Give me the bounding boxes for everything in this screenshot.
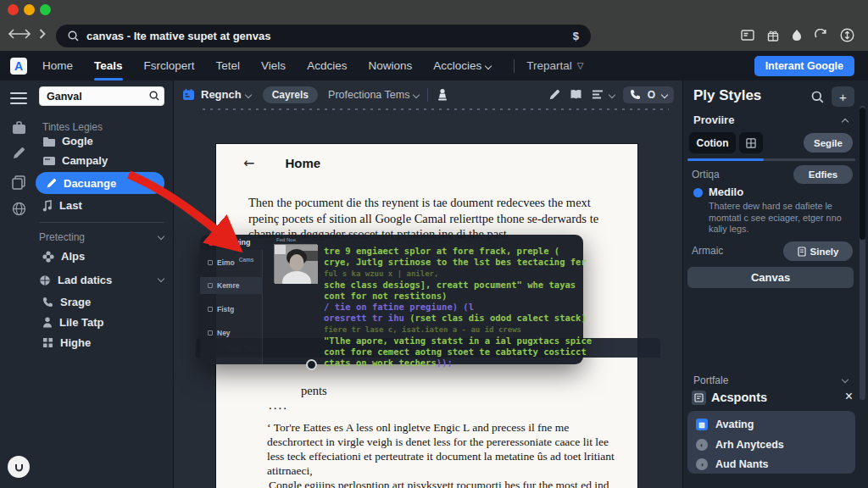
toolbar-menu1[interactable]: Regnch xyxy=(201,88,242,101)
stamp-person-icon[interactable] xyxy=(437,88,448,101)
back-arrow-icon[interactable]: ← xyxy=(243,155,254,171)
main-navigation: A Home Teals Fsrclopert Tetel Viels Acdc… xyxy=(0,51,868,80)
canvas-button[interactable]: Canvas xyxy=(687,267,854,288)
sinely-button[interactable]: Sinely xyxy=(783,241,853,261)
app-logo[interactable]: A xyxy=(10,58,27,75)
toolbar-call-group: O xyxy=(623,86,674,103)
address-badge: $ xyxy=(573,30,579,42)
medilo-item[interactable]: Medilo xyxy=(709,186,743,198)
overlay-menu-item[interactable]: Fistg xyxy=(200,301,263,318)
chevron-down-icon[interactable] xyxy=(158,233,164,240)
address-text: canvas - Ite mative supet at genvas xyxy=(86,30,270,42)
grid-tab-icon[interactable] xyxy=(739,132,763,153)
tab-viels[interactable]: Viels xyxy=(261,51,286,80)
tab-acclocies[interactable]: Acclocies xyxy=(433,51,491,80)
sidebar-item-dacuange-active[interactable]: Dacuange xyxy=(36,172,164,194)
calendar-icon[interactable] xyxy=(182,88,195,101)
browser-window: canvas - Ite mative supet at genvas $ A xyxy=(0,0,868,488)
profile-sort-icon[interactable] xyxy=(840,28,854,42)
sidebar-item-srage[interactable]: Srage xyxy=(42,296,91,308)
overlay-close-dot[interactable] xyxy=(209,241,214,246)
sidebar-item-gogle[interactable]: Gogle xyxy=(42,135,93,147)
tab-home[interactable]: Home xyxy=(42,51,73,80)
phone-icon[interactable] xyxy=(630,89,641,100)
reading-list-icon[interactable] xyxy=(741,30,754,41)
segile-button[interactable]: Segile xyxy=(804,133,853,152)
flame-icon[interactable] xyxy=(792,29,802,42)
toolbar-pill-cayrels[interactable]: Cayrels xyxy=(263,86,318,103)
tab-fsrclopert[interactable]: Fsrclopert xyxy=(144,51,195,80)
code-block: tre 9 engiaect splor at fore frack, prep… xyxy=(324,246,583,369)
globe-icon xyxy=(39,274,51,286)
tab-teals[interactable]: Teals xyxy=(94,51,123,80)
overlay-zoom-dot[interactable] xyxy=(217,241,222,246)
globe-icon[interactable] xyxy=(12,202,26,216)
close-icon[interactable]: × xyxy=(845,389,853,404)
person-icon xyxy=(42,317,53,328)
pencil-icon xyxy=(46,178,57,189)
tab-tetel[interactable]: Tetel xyxy=(216,51,241,80)
overlay-menu-item[interactable]: Ney xyxy=(200,324,263,341)
styles-panel: Ply Styles + Proviire Cotion Segile Orti… xyxy=(682,80,868,488)
tab-progress-indicator xyxy=(687,158,855,161)
sidebar-item-highe[interactable]: Highe xyxy=(42,336,91,349)
titlebar: canvas - Ite mative supet at genvas $ xyxy=(0,0,868,51)
interant-google-button[interactable]: Interant Google xyxy=(754,56,854,76)
book-icon[interactable] xyxy=(570,89,582,100)
tab-nowions[interactable]: Nowions xyxy=(368,51,412,80)
phone-icon xyxy=(42,297,53,308)
pages-icon[interactable] xyxy=(12,175,26,190)
search-icon[interactable] xyxy=(811,91,824,103)
sidebar-search-input[interactable] xyxy=(39,86,164,106)
window-minimize-button[interactable] xyxy=(24,4,35,15)
overflow-label[interactable]: O xyxy=(648,89,655,101)
list-item-arh-anytceds[interactable]: ◐ Arh Anytceds xyxy=(696,439,784,451)
pencil-icon[interactable] xyxy=(12,147,25,160)
forward-chevron-icon[interactable] xyxy=(39,29,46,39)
left-sidebar: Tintes Legies Gogle Campaly Dacuange Las… xyxy=(0,80,174,488)
toolbar-menu2[interactable]: Profectiona Tems xyxy=(328,89,409,101)
tab-cotion[interactable]: Cotion xyxy=(689,132,736,153)
pen-icon[interactable] xyxy=(548,89,560,101)
chevron-up-icon[interactable] xyxy=(842,119,849,125)
address-bar[interactable]: canvas - Ite mative supet at genvas $ xyxy=(56,25,591,47)
briefcase-icon[interactable] xyxy=(12,121,26,135)
menu-item-icon xyxy=(208,307,213,312)
section-proviire: Proviire xyxy=(693,114,734,126)
acsponts-panel: ▨ Avating ◐ Arh Anytceds ◑ Aud Nants xyxy=(687,411,855,474)
help-button[interactable] xyxy=(8,456,30,478)
resize-handle[interactable] xyxy=(306,359,317,370)
tab-trepartal[interactable]: Trepartal ▽ xyxy=(526,51,583,80)
add-style-button[interactable]: + xyxy=(832,86,854,107)
align-left-icon[interactable] xyxy=(592,90,604,99)
sidebar-item-lile-tatp[interactable]: Lile Tatp xyxy=(42,316,103,329)
chevron-down-icon[interactable] xyxy=(608,91,615,97)
overlay-menu-item[interactable]: Eimo Cams xyxy=(200,254,263,271)
chevron-down-icon[interactable] xyxy=(661,91,668,97)
sync-icon[interactable] xyxy=(815,29,827,42)
sidebar-item-last[interactable]: Last xyxy=(42,199,82,212)
document-icon xyxy=(798,247,806,257)
chevron-down-icon[interactable] xyxy=(842,376,849,383)
window-close-button[interactable] xyxy=(8,4,19,15)
edfies-button[interactable]: Edfies xyxy=(793,165,853,184)
tab-acdcies[interactable]: Acdcies xyxy=(307,51,347,80)
scrollbar[interactable] xyxy=(860,106,865,400)
list-item-avating[interactable]: ▨ Avating xyxy=(696,419,754,430)
search-icon xyxy=(149,91,159,101)
sidebar-item-campaly[interactable]: Campaly xyxy=(42,154,108,167)
sidebar-item-alps[interactable]: Alps xyxy=(42,250,85,263)
gift-icon[interactable] xyxy=(767,30,779,42)
chevron-down-icon[interactable] xyxy=(158,275,164,282)
back-forward-arrows-icon[interactable] xyxy=(8,29,31,39)
menu-icon[interactable] xyxy=(10,89,27,108)
overlay-menu-item-active[interactable]: Kemre xyxy=(200,277,263,294)
list-item-aud-nants[interactable]: ◑ Aud Nants xyxy=(696,458,769,470)
scrollbar-thumb[interactable] xyxy=(860,108,865,240)
search-icon xyxy=(68,30,79,42)
window-zoom-button[interactable] xyxy=(40,4,51,15)
sidebar-item-lad-datics[interactable]: Lad datics xyxy=(39,274,112,286)
code-overlay-window[interactable]: Owing Eimo Cams Kemre Fistg Ney Fed Noe xyxy=(200,235,583,364)
music-note-icon xyxy=(42,200,53,212)
acsponts-icon xyxy=(692,391,706,405)
